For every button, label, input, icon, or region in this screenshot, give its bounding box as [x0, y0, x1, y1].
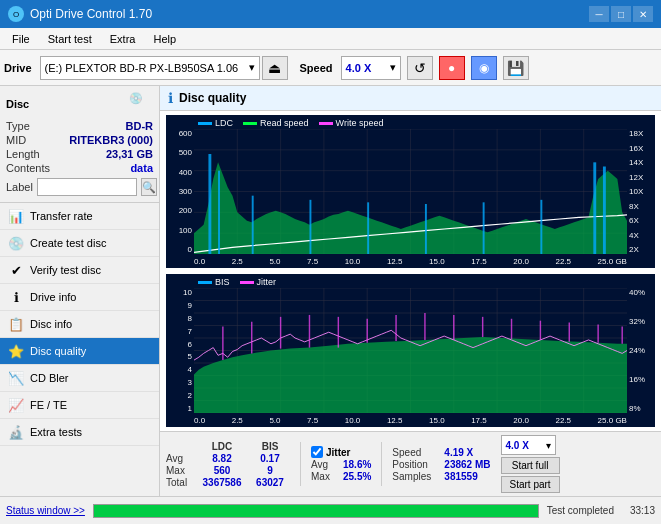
sidebar-item-drive-info[interactable]: ℹ Drive info: [0, 284, 159, 311]
menu-bar: File Start test Extra Help: [0, 28, 661, 50]
y-right-label: 6X: [627, 216, 655, 225]
svg-rect-18: [218, 171, 220, 254]
label-input[interactable]: [37, 178, 137, 196]
eject-button[interactable]: ⏏: [262, 56, 288, 80]
x-label: 5.0: [269, 257, 280, 266]
content-area: ℹ Disc quality LDC Read speed: [160, 86, 661, 496]
y-label: 600: [166, 129, 194, 138]
x-label: 7.5: [307, 416, 318, 425]
y-right-label: 14X: [627, 158, 655, 167]
label-search-button[interactable]: 🔍: [141, 178, 157, 196]
minimize-button[interactable]: ─: [589, 6, 609, 22]
sidebar-item-disc-quality[interactable]: ⭐ Disc quality: [0, 338, 159, 365]
samples-label: Samples: [392, 471, 440, 482]
menu-file[interactable]: File: [4, 31, 38, 47]
y-label: 10: [166, 288, 194, 297]
disc-icon[interactable]: 💿: [129, 92, 153, 116]
sidebar-item-create-test-disc[interactable]: 💿 Create test disc: [0, 230, 159, 257]
y-right-label: 8%: [627, 404, 655, 413]
menu-extra[interactable]: Extra: [102, 31, 144, 47]
x-label: 2.5: [232, 416, 243, 425]
sidebar-item-cd-bler[interactable]: 📉 CD Bler: [0, 365, 159, 392]
position-label: Position: [392, 459, 440, 470]
svg-rect-19: [252, 196, 254, 254]
sidebar-nav: 📊 Transfer rate 💿 Create test disc ✔ Ver…: [0, 203, 159, 496]
top-chart-y-right: 18X 16X 14X 12X 10X 8X 6X 4X 2X: [627, 129, 655, 254]
start-part-button[interactable]: Start part: [501, 476, 560, 493]
y-right-label: 4X: [627, 231, 655, 240]
disc-label-row: Label 🔍: [6, 178, 153, 196]
speed-label: Speed: [300, 62, 333, 74]
x-label: 22.5: [555, 416, 571, 425]
status-text: Test completed: [547, 505, 614, 516]
media-icon-button[interactable]: ◉: [471, 56, 497, 80]
disc-mid-row: MID RITEKBR3 (000): [6, 134, 153, 146]
sidebar-item-label: FE / TE: [30, 399, 67, 411]
cd-bler-icon: 📉: [8, 370, 24, 386]
x-label: 0.0: [194, 416, 205, 425]
disc-type-value: BD-R: [126, 120, 154, 132]
sidebar-item-extra-tests[interactable]: 🔬 Extra tests: [0, 419, 159, 446]
save-button[interactable]: 💾: [503, 56, 529, 80]
disc-length-row: Length 23,31 GB: [6, 148, 153, 160]
x-label: 20.0: [513, 257, 529, 266]
position-value: 23862 MB: [444, 459, 490, 470]
x-label: 10.0: [345, 257, 361, 266]
disc-info-icon: 📋: [8, 316, 24, 332]
speed-select-dropdown[interactable]: 4.0 X ▾: [501, 435, 556, 455]
maximize-button[interactable]: □: [611, 6, 631, 22]
x-label: 10.0: [345, 416, 361, 425]
svg-rect-26: [603, 167, 606, 255]
disc-icon-button[interactable]: ●: [439, 56, 465, 80]
y-label: 0: [166, 245, 194, 254]
create-test-disc-icon: 💿: [8, 235, 24, 251]
sidebar-item-verify-test-disc[interactable]: ✔ Verify test disc: [0, 257, 159, 284]
disc-length-label: Length: [6, 148, 40, 160]
refresh-button[interactable]: ↺: [407, 56, 433, 80]
ldc-header: LDC: [202, 441, 242, 452]
menu-start-test[interactable]: Start test: [40, 31, 100, 47]
x-label: 20.0: [513, 416, 529, 425]
y-label: 7: [166, 327, 194, 336]
y-right-label: 8X: [627, 202, 655, 211]
stats-blank: [166, 441, 194, 452]
y-right-label: 24%: [627, 346, 655, 355]
y-right-label: 18X: [627, 129, 655, 138]
speed-dropdown[interactable]: 4.0 X ▾: [341, 56, 401, 80]
max-ldc-value: 560: [202, 465, 242, 476]
drive-label: Drive: [4, 62, 32, 74]
bis-legend-color: [198, 281, 212, 284]
extra-tests-icon: 🔬: [8, 424, 24, 440]
status-window-button[interactable]: Status window >>: [6, 505, 85, 516]
verify-test-disc-icon: ✔: [8, 262, 24, 278]
svg-rect-25: [593, 162, 596, 254]
x-label: 25.0 GB: [598, 416, 627, 425]
x-label: 12.5: [387, 257, 403, 266]
svg-rect-20: [309, 200, 311, 254]
y-right-label: 40%: [627, 288, 655, 297]
drive-dropdown[interactable]: (E:) PLEXTOR BD-R PX-LB950SA 1.06 ▾: [40, 56, 260, 80]
disc-title: Disc: [6, 98, 29, 110]
jitter-checkbox[interactable]: [311, 446, 323, 458]
start-full-button[interactable]: Start full: [501, 457, 560, 474]
sidebar-item-transfer-rate[interactable]: 📊 Transfer rate: [0, 203, 159, 230]
speed-stats: Speed 4.19 X Position 23862 MB Samples 3…: [392, 447, 490, 482]
sidebar-item-fe-te[interactable]: 📈 FE / TE: [0, 392, 159, 419]
read-speed-legend-label: Read speed: [260, 118, 309, 128]
y-right-label: 2X: [627, 245, 655, 254]
menu-help[interactable]: Help: [145, 31, 184, 47]
divider2: [381, 442, 382, 486]
title-bar: O Opti Drive Control 1.70 ─ □ ✕: [0, 0, 661, 28]
progress-bar-fill: [94, 505, 538, 517]
sidebar-item-disc-info[interactable]: 📋 Disc info: [0, 311, 159, 338]
y-label: 200: [166, 206, 194, 215]
y-label: 4: [166, 365, 194, 374]
stats-bar: LDC BIS Avg 8.82 0.17 Max 560 9 Total 33…: [160, 431, 661, 496]
disc-mid-value: RITEKBR3 (000): [69, 134, 153, 146]
y-label: 3: [166, 378, 194, 387]
jitter-legend-color: [240, 281, 254, 284]
x-label: 17.5: [471, 416, 487, 425]
close-button[interactable]: ✕: [633, 6, 653, 22]
bis-legend-label: BIS: [215, 277, 230, 287]
disc-section: Disc 💿 Type BD-R MID RITEKBR3 (000) Leng…: [0, 86, 159, 203]
